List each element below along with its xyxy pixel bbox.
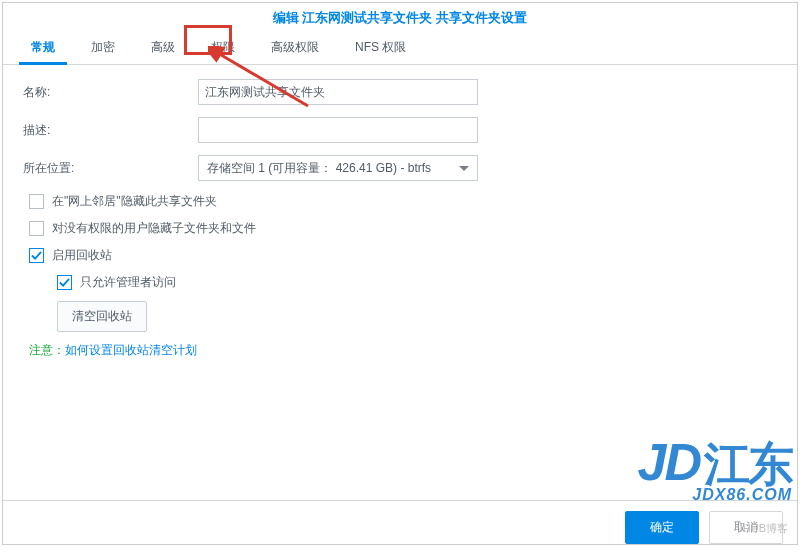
note-prefix: 注意： (29, 343, 65, 357)
check-label: 只允许管理者访问 (80, 274, 176, 291)
tab-content-general: 名称: 描述: 所在位置: 存储空间 1 (可用容量： 426.41 GB) -… (3, 65, 797, 500)
tab-general[interactable]: 常规 (13, 31, 73, 64)
checkbox-checked-icon (57, 275, 72, 290)
label-desc: 描述: (23, 122, 198, 139)
note-row: 注意：如何设置回收站清空计划 (29, 342, 777, 359)
label-name: 名称: (23, 84, 198, 101)
check-hide-sub-noperm[interactable]: 对没有权限的用户隐藏子文件夹和文件 (29, 220, 777, 237)
chevron-down-icon (459, 166, 469, 171)
select-location-value: 存储空间 1 (可用容量： 426.41 GB) - btrfs (207, 160, 431, 177)
check-hide-neighbor[interactable]: 在"网上邻居"隐藏此共享文件夹 (29, 193, 777, 210)
row-desc: 描述: (23, 117, 777, 143)
dialog-footer: 确定 取消 (3, 500, 797, 544)
row-name: 名称: (23, 79, 777, 105)
tab-bar: 常规 加密 高级 权限 高级权限 NFS 权限 (3, 31, 797, 65)
ok-button[interactable]: 确定 (625, 511, 699, 544)
select-location[interactable]: 存储空间 1 (可用容量： 426.41 GB) - btrfs (198, 155, 478, 181)
clear-recycle-button[interactable]: 清空回收站 (57, 301, 147, 332)
label-location: 所在位置: (23, 160, 198, 177)
checkbox-icon (29, 221, 44, 236)
dialog: 编辑 江东网测试共享文件夹 共享文件夹设置 常规 加密 高级 权限 高级权限 N… (2, 2, 798, 545)
input-desc[interactable] (198, 117, 478, 143)
input-name[interactable] (198, 79, 478, 105)
check-enable-recycle[interactable]: 启用回收站 (29, 247, 777, 264)
check-admin-only[interactable]: 只允许管理者访问 (57, 274, 777, 291)
tab-encryption[interactable]: 加密 (73, 31, 133, 64)
check-label: 在"网上邻居"隐藏此共享文件夹 (52, 193, 217, 210)
tab-advanced[interactable]: 高级 (133, 31, 193, 64)
cancel-button[interactable]: 取消 (709, 511, 783, 544)
row-location: 所在位置: 存储空间 1 (可用容量： 426.41 GB) - btrfs (23, 155, 777, 181)
note-link[interactable]: 如何设置回收站清空计划 (65, 343, 197, 357)
checkbox-icon (29, 194, 44, 209)
tab-adv-permission[interactable]: 高级权限 (253, 31, 337, 64)
checkbox-checked-icon (29, 248, 44, 263)
dialog-title: 编辑 江东网测试共享文件夹 共享文件夹设置 (3, 3, 797, 31)
check-label: 对没有权限的用户隐藏子文件夹和文件 (52, 220, 256, 237)
tab-permission[interactable]: 权限 (193, 31, 253, 64)
check-label: 启用回收站 (52, 247, 112, 264)
tab-nfs-permission[interactable]: NFS 权限 (337, 31, 424, 64)
